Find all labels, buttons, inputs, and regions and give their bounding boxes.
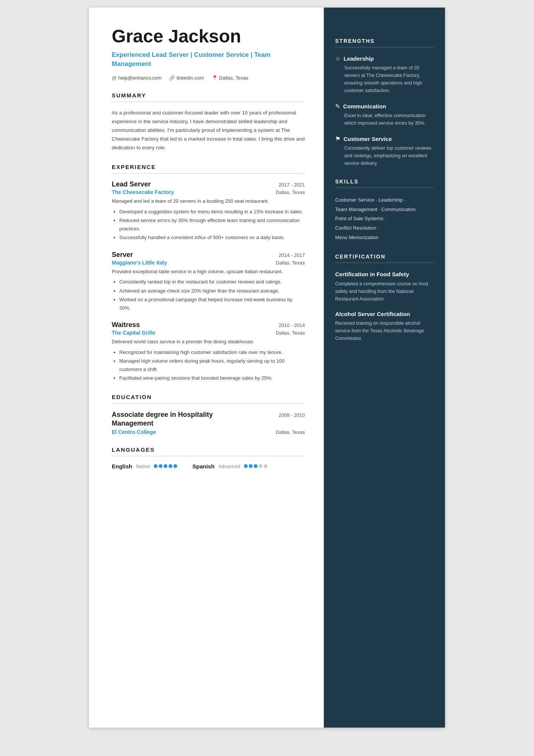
linkedin-text: linkedin.com xyxy=(176,75,204,81)
location-text: Dallas, Texas xyxy=(219,75,248,81)
certification-divider xyxy=(335,263,434,263)
lang-dot xyxy=(164,464,167,468)
languages-container: English Native Spanish Advanced xyxy=(112,463,305,470)
header-name: Grace Jackson xyxy=(112,27,305,47)
lang-dot xyxy=(159,464,162,468)
job-bullets: Consistently ranked top in the restauran… xyxy=(112,278,305,312)
skills-title: SKILLS xyxy=(335,178,434,185)
summary-title: SUMMARY xyxy=(112,92,305,99)
strengths-container: ☆ Leadership Successfully managed a team… xyxy=(335,55,434,167)
languages-divider xyxy=(112,456,305,456)
languages-title: LANGUAGES xyxy=(112,446,305,453)
edu-header: Associate degree in Hospitality Manageme… xyxy=(112,410,305,428)
strengths-title: STRENGTHS xyxy=(335,38,434,44)
cert-name: Alcohol Server Certification xyxy=(335,310,434,318)
job-company: The Capital Grille xyxy=(112,330,155,336)
job-dates: 2010 - 2014 xyxy=(279,322,305,328)
job-bullets: Recognized for maintaining high customer… xyxy=(112,348,305,382)
lang-dot xyxy=(173,464,177,468)
list-item: Developed a suggestion system for menu i… xyxy=(119,208,305,216)
job-company-row: The Capital Grille Dallas, Texas xyxy=(112,330,305,336)
linkedin-icon: 🔗 xyxy=(169,75,175,81)
job-dates: 2017 - 2021 xyxy=(279,182,305,188)
lang-dot xyxy=(169,464,172,468)
job-title: Server xyxy=(112,251,133,259)
skills-section: SKILLS Customer Service · Leadership ·Te… xyxy=(335,178,434,242)
location-icon: 📍 xyxy=(212,75,218,81)
strength-header: ⚑ Customer Service xyxy=(335,135,434,142)
lang-dot xyxy=(254,464,258,468)
strength-header: ✎ Communication xyxy=(335,103,434,110)
job-location: Dallas, Texas xyxy=(276,260,305,266)
strength-icon: ⚑ xyxy=(335,135,340,142)
lang-item: English Native xyxy=(112,463,177,470)
skills-divider xyxy=(335,188,434,188)
lang-name: Spanish xyxy=(192,463,214,470)
job-company-row: Maggiano's Little Italy Dallas, Texas xyxy=(112,260,305,266)
list-item: Worked on a promotional campaign that he… xyxy=(119,296,305,312)
experience-title: EXPERIENCE xyxy=(112,164,305,170)
summary-section: SUMMARY As a professional and customer-f… xyxy=(112,92,305,152)
job-description: Provided exceptional table service in a … xyxy=(112,268,305,276)
job-company: The Cheesecake Factory xyxy=(112,189,174,195)
strengths-divider xyxy=(335,47,434,47)
job-header: Waitress 2010 - 2014 xyxy=(112,321,305,329)
edu-block: Associate degree in Hospitality Manageme… xyxy=(112,410,305,435)
edu-dates: 2008 - 2010 xyxy=(279,412,305,418)
experience-section: EXPERIENCE Lead Server 2017 - 2021 The C… xyxy=(112,164,305,382)
list-item: Achieved an average check size 20% highe… xyxy=(119,287,305,295)
edu-school-row: El Centro College Dallas, Texas xyxy=(112,429,305,435)
skill-line: Point of Sale Systems · xyxy=(335,214,434,224)
experience-divider xyxy=(112,173,305,174)
cert-item: Alcohol Server Certification Received tr… xyxy=(335,310,434,343)
certification-title: CERTIFICATION xyxy=(335,254,434,260)
contact-row: @ help@enhancv.com 🔗 linkedin.com 📍 Dall… xyxy=(112,75,305,81)
strength-icon: ✎ xyxy=(335,103,340,110)
job-location: Dallas, Texas xyxy=(276,189,305,195)
job-description: Managed and led a team of 20 servers in … xyxy=(112,197,305,205)
left-column: Grace Jackson Experienced Lead Server | … xyxy=(89,8,324,728)
lang-level: Native xyxy=(136,463,150,469)
list-item: Managed high volume orders during peak h… xyxy=(119,357,305,373)
lang-name: English xyxy=(112,463,132,470)
strength-item: ☆ Leadership Successfully managed a team… xyxy=(335,55,434,94)
cert-container: Certification in Food Safety Completed a… xyxy=(335,271,434,342)
jobs-container: Lead Server 2017 - 2021 The Cheesecake F… xyxy=(112,180,305,382)
lang-dots xyxy=(154,464,177,468)
right-column: STRENGTHS ☆ Leadership Successfully mana… xyxy=(324,8,445,728)
cert-desc: Received training on responsible alcohol… xyxy=(335,319,434,342)
edu-school: El Centro College xyxy=(112,429,156,435)
languages-section: LANGUAGES English Native Spanish Advance… xyxy=(112,446,305,470)
education-title: EDUCATION xyxy=(112,394,305,400)
strength-icon: ☆ xyxy=(335,55,340,62)
header-title: Experienced Lead Server | Customer Servi… xyxy=(112,50,305,69)
strength-name: Customer Service xyxy=(344,136,392,142)
cert-name: Certification in Food Safety xyxy=(335,271,434,278)
job-company-row: The Cheesecake Factory Dallas, Texas xyxy=(112,189,305,195)
job-description: Delivered world class service in a premi… xyxy=(112,338,305,346)
education-section: EDUCATION Associate degree in Hospitalit… xyxy=(112,394,305,435)
email-text: help@enhancv.com xyxy=(118,75,161,81)
strength-name: Leadership xyxy=(344,55,374,62)
strength-desc: Consistently deliver top customer review… xyxy=(335,144,434,167)
job-header: Server 2014 - 2017 xyxy=(112,251,305,259)
job-block: Waitress 2010 - 2014 The Capital Grille … xyxy=(112,321,305,382)
lang-dot xyxy=(259,464,262,468)
strength-item: ✎ Communication Excel in clear, effectiv… xyxy=(335,103,434,127)
skill-line: Menu Memorization xyxy=(335,233,434,243)
summary-text: As a professional and customer-focused l… xyxy=(112,109,305,152)
job-title: Waitress xyxy=(112,321,140,329)
cert-item: Certification in Food Safety Completed a… xyxy=(335,271,434,303)
job-location: Dallas, Texas xyxy=(276,330,305,336)
strength-name: Communication xyxy=(343,103,386,110)
lang-dots xyxy=(244,464,267,468)
job-block: Lead Server 2017 - 2021 The Cheesecake F… xyxy=(112,180,305,242)
skill-line: Customer Service · Leadership · xyxy=(335,196,434,205)
edu-degree: Associate degree in Hospitality Manageme… xyxy=(112,410,233,428)
strength-header: ☆ Leadership xyxy=(335,55,434,62)
cert-desc: Completed a comprehensive course on food… xyxy=(335,280,434,303)
lang-dot xyxy=(244,464,248,468)
job-block: Server 2014 - 2017 Maggiano's Little Ita… xyxy=(112,251,305,312)
lang-level: Advanced xyxy=(218,463,240,469)
strength-item: ⚑ Customer Service Consistently deliver … xyxy=(335,135,434,167)
